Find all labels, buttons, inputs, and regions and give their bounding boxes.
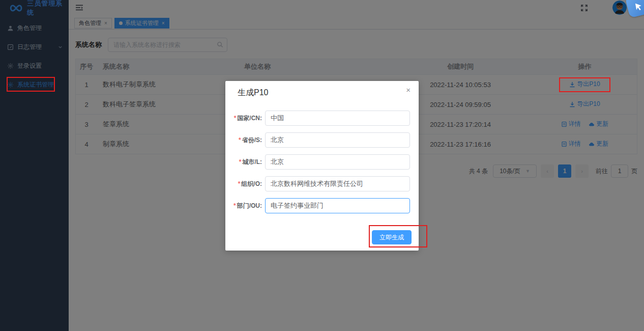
form-row-department: *部门/OU: [225, 198, 419, 213]
province-s-field[interactable] [265, 132, 410, 148]
field-label: *部门/OU: [225, 202, 262, 210]
field-label: *省份/S: [225, 136, 262, 145]
required-asterisk: * [239, 136, 241, 144]
generate-now-button[interactable]: 立即生成 [372, 230, 412, 244]
required-asterisk: * [238, 180, 241, 187]
form-row-province: *省份/S: [225, 132, 419, 148]
app-window: 三员管理系统 角色管理 日志管理 [0, 0, 644, 331]
close-icon[interactable]: × [406, 86, 411, 94]
field-label: *组织/O: [225, 180, 262, 188]
city-l-field[interactable] [265, 154, 410, 170]
required-asterisk: * [233, 202, 236, 209]
dialog-title: 生成P10 [238, 88, 268, 97]
form-row-city: *城市/L: [225, 154, 419, 170]
required-asterisk: * [239, 158, 242, 166]
required-asterisk: * [234, 115, 237, 122]
field-label: *国家/CN: [225, 114, 262, 123]
form-row-organization: *组织/O: [225, 176, 419, 191]
department-ou-field[interactable] [265, 198, 410, 213]
organization-o-field[interactable] [265, 176, 410, 191]
field-label: *城市/L: [225, 158, 262, 167]
form-row-country: *国家/CN: [225, 111, 419, 126]
dialog-footer: 立即生成 [372, 230, 412, 244]
generate-p10-dialog: 生成P10 × *国家/CN: *省份/S: *城市/L: *组织/O: *部门… [225, 81, 419, 251]
country-cn-field[interactable] [265, 111, 410, 126]
dialog-body: *国家/CN: *省份/S: *城市/L: *组织/O: *部门/OU: [225, 98, 419, 213]
dialog-header: 生成P10 × [225, 81, 419, 98]
